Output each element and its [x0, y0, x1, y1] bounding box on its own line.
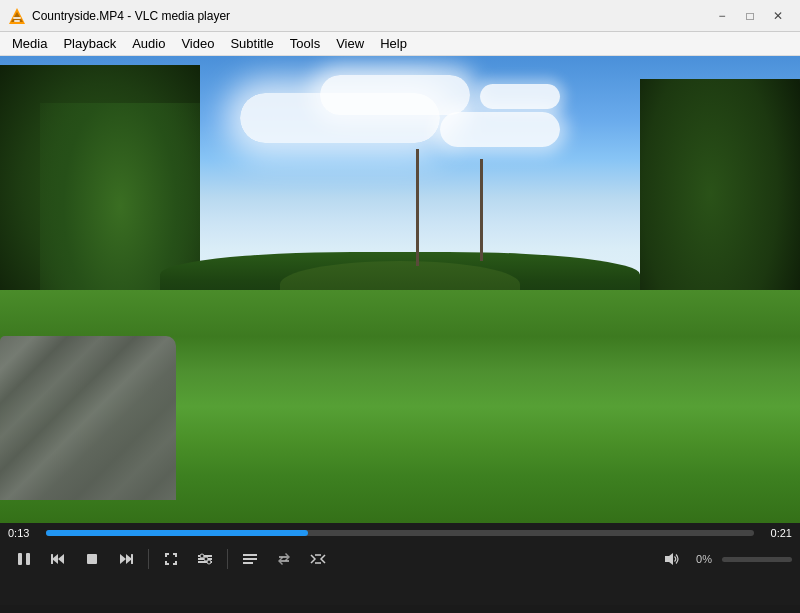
- progress-area: 0:13 0:21: [8, 527, 792, 539]
- playlist-icon: [242, 551, 258, 567]
- menu-subtitle[interactable]: Subtitle: [222, 34, 281, 53]
- pause-icon: [16, 551, 32, 567]
- progress-fill: [46, 530, 308, 536]
- svg-point-18: [207, 560, 211, 564]
- skip-back-icon: [50, 551, 66, 567]
- shuffle-button[interactable]: [302, 543, 334, 575]
- power-pole-1: [416, 149, 419, 266]
- skip-forward-icon: [118, 551, 134, 567]
- shuffle-icon: [310, 551, 326, 567]
- progress-track[interactable]: [46, 530, 754, 536]
- window-controls[interactable]: − □ ✕: [708, 0, 792, 32]
- extended-icon: [197, 551, 213, 567]
- title-bar: Countryside.MP4 - VLC media player − □ ✕: [0, 0, 800, 32]
- svg-point-16: [200, 554, 204, 558]
- menu-help[interactable]: Help: [372, 34, 415, 53]
- time-current: 0:13: [8, 527, 38, 539]
- volume-track[interactable]: [722, 557, 792, 562]
- stop-button[interactable]: [76, 543, 108, 575]
- svg-rect-5: [26, 553, 30, 565]
- skip-back-button[interactable]: [42, 543, 74, 575]
- playlist-button[interactable]: [234, 543, 266, 575]
- menu-bar: Media Playback Audio Video Subtitle Tool…: [0, 32, 800, 56]
- skip-forward-button[interactable]: [110, 543, 142, 575]
- minimize-button[interactable]: −: [708, 0, 736, 32]
- menu-audio[interactable]: Audio: [124, 34, 173, 53]
- extended-button[interactable]: [189, 543, 221, 575]
- svg-rect-8: [51, 554, 53, 564]
- time-total: 0:21: [762, 527, 792, 539]
- svg-rect-12: [131, 554, 133, 564]
- cloud-2: [320, 75, 470, 115]
- fullscreen-icon: [163, 551, 179, 567]
- close-button[interactable]: ✕: [764, 0, 792, 32]
- svg-marker-10: [120, 554, 126, 564]
- separator-1: [148, 549, 149, 569]
- vlc-icon: [8, 7, 26, 25]
- fullscreen-button[interactable]: [155, 543, 187, 575]
- menu-playback[interactable]: Playback: [55, 34, 124, 53]
- svg-rect-20: [243, 558, 257, 560]
- window-title: Countryside.MP4 - VLC media player: [32, 9, 708, 23]
- menu-video[interactable]: Video: [173, 34, 222, 53]
- stop-icon: [84, 551, 100, 567]
- volume-percent: 0%: [690, 553, 718, 565]
- menu-tools[interactable]: Tools: [282, 34, 328, 53]
- loop-icon: [276, 551, 292, 567]
- control-bar: 0:13 0:21: [0, 523, 800, 605]
- loop-button[interactable]: [268, 543, 300, 575]
- play-pause-button[interactable]: [8, 543, 40, 575]
- power-pole-2: [480, 159, 483, 262]
- svg-rect-2: [13, 17, 21, 19]
- video-area[interactable]: [0, 56, 800, 523]
- svg-rect-9: [87, 554, 97, 564]
- svg-rect-4: [18, 553, 22, 565]
- stone-wall: [0, 336, 176, 499]
- svg-rect-3: [14, 20, 20, 22]
- menu-view[interactable]: View: [328, 34, 372, 53]
- volume-area: 0%: [658, 545, 792, 573]
- svg-marker-22: [665, 553, 673, 565]
- cloud-3: [440, 112, 560, 147]
- cloud-4: [480, 84, 560, 109]
- video-scene: [0, 56, 800, 523]
- svg-rect-21: [243, 562, 253, 564]
- svg-rect-19: [243, 554, 257, 556]
- maximize-button[interactable]: □: [736, 0, 764, 32]
- separator-2: [227, 549, 228, 569]
- menu-media[interactable]: Media: [4, 34, 55, 53]
- controls-row: 0%: [8, 543, 792, 575]
- volume-button[interactable]: [658, 545, 686, 573]
- svg-marker-7: [58, 554, 64, 564]
- volume-icon: [664, 551, 680, 567]
